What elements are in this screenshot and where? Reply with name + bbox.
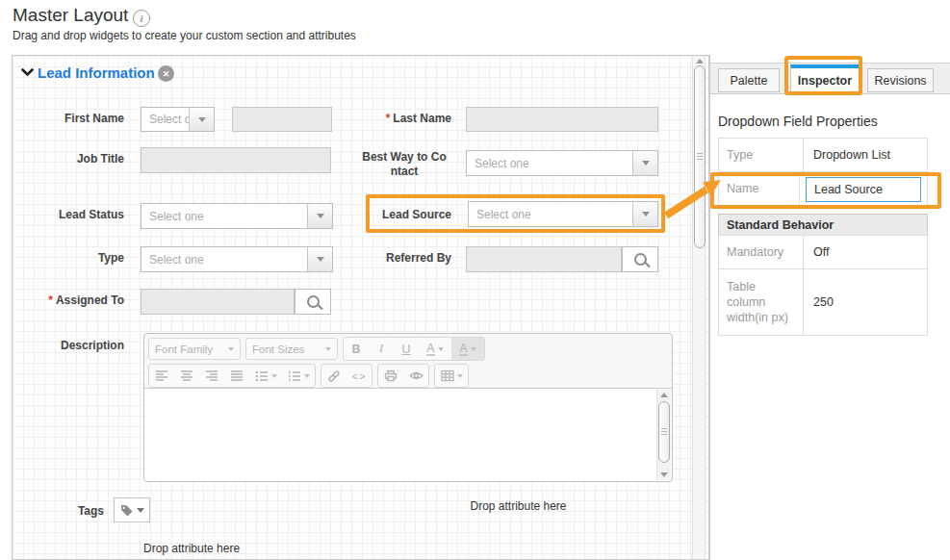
tag-icon [119, 503, 134, 518]
background-color-button[interactable]: A [451, 338, 484, 360]
best-way-to-contact-label: Best Way to Co ntact [357, 150, 451, 179]
chevron-down-icon[interactable] [307, 204, 332, 228]
standard-behavior-header: Standard Behavior [718, 214, 928, 236]
drop-attribute-zone[interactable]: Drop attribute here [415, 499, 622, 513]
align-justify-button[interactable] [224, 365, 249, 387]
description-label: Description [30, 339, 124, 352]
page-subtitle: Drag and drop widgets to create your cus… [13, 29, 356, 42]
scrollbar-grip [661, 428, 667, 436]
first-name-label: First Name [30, 112, 124, 125]
properties-table: Type Dropdown List Name [718, 138, 928, 208]
text-color-button[interactable]: A [419, 338, 451, 360]
align-right-button[interactable] [199, 365, 224, 387]
chevron-down-icon[interactable] [632, 151, 657, 175]
section-close-icon[interactable]: ✕ [158, 65, 174, 82]
numbered-list-button[interactable] [282, 365, 315, 387]
section-title: Lead Information [38, 64, 155, 81]
last-name-label: *Last Name [357, 112, 451, 125]
required-marker: * [386, 112, 391, 125]
scroll-up-icon[interactable] [696, 59, 704, 64]
insert-table-button[interactable] [435, 365, 468, 387]
best-way-line1: Best Way to Co [362, 150, 447, 164]
source-code-button[interactable]: <> [347, 365, 372, 387]
job-title-label: Job Title [30, 152, 124, 165]
referred-by-label: Referred By [357, 251, 451, 265]
info-glyph: i [140, 13, 142, 24]
tab-palette[interactable]: Palette [718, 68, 780, 92]
last-name-label-text: Last Name [393, 112, 451, 125]
section-collapse-chevron-icon[interactable] [21, 68, 34, 77]
bold-button[interactable]: B [344, 338, 369, 360]
lead-source-select-text: Select one [469, 202, 632, 226]
canvas-scrollbar[interactable] [692, 56, 706, 559]
properties-title: Dropdown Field Properties [718, 114, 878, 129]
scroll-down-icon[interactable] [660, 472, 668, 477]
bullet-list-button[interactable] [249, 365, 282, 387]
align-left-button[interactable] [149, 365, 174, 387]
italic-button[interactable]: I [369, 338, 394, 360]
assigned-to-label-text: Assigned To [56, 293, 124, 307]
chevron-down-icon [325, 347, 331, 351]
chevron-down-icon [137, 508, 144, 513]
scrollbar-grip [697, 153, 703, 161]
last-name-input[interactable] [466, 107, 658, 132]
chevron-down-icon[interactable] [307, 247, 332, 271]
property-row-name: Name [719, 172, 927, 207]
best-way-line2: ntact [391, 165, 419, 178]
field-name-input[interactable] [806, 177, 921, 202]
property-value: Dropdown List [804, 139, 927, 171]
print-button[interactable] [378, 365, 403, 387]
layout-canvas: Lead Information ✕ First Name Select on … [12, 55, 709, 560]
property-row-type: Type Dropdown List [719, 139, 927, 172]
type-select[interactable]: Select one [141, 246, 333, 272]
chevron-down-icon [271, 374, 277, 378]
chevron-down-icon[interactable] [632, 202, 657, 226]
preview-eye-button[interactable] [403, 365, 428, 387]
property-label: Name [719, 172, 800, 207]
tags-button[interactable] [114, 497, 150, 522]
description-rich-text-editor[interactable]: Font Family Font Sizes B I U A A [143, 333, 673, 482]
lead-source-select[interactable]: Select one [468, 201, 658, 227]
font-family-select[interactable]: Font Family [148, 338, 241, 360]
chevron-down-icon [228, 347, 234, 351]
font-sizes-select[interactable]: Font Sizes [245, 338, 338, 360]
referred-by-lookup-button[interactable] [622, 246, 658, 272]
chevron-down-icon[interactable] [189, 108, 214, 131]
align-center-button[interactable] [174, 365, 199, 387]
job-title-input[interactable] [141, 147, 331, 173]
type-select-text: Select one [141, 247, 307, 271]
editor-scrollbar[interactable] [656, 390, 671, 480]
first-name-salutation-select[interactable]: Select on [141, 107, 215, 132]
best-way-to-contact-select[interactable]: Select one [466, 150, 658, 176]
best-way-select-text: Select one [467, 151, 632, 175]
referred-by-input[interactable] [466, 246, 622, 272]
description-textarea[interactable] [144, 388, 672, 481]
editor-toolbar: Font Family Font Sizes B I U A A [148, 337, 668, 388]
underline-button[interactable]: U [394, 338, 419, 360]
property-label: Type [719, 139, 804, 171]
assigned-to-input[interactable] [141, 289, 295, 315]
drop-attribute-zone[interactable]: Drop attribute here [143, 542, 240, 555]
chevron-down-icon [471, 347, 476, 351]
first-name-input[interactable] [232, 107, 332, 132]
canvas-scrollbar-thumb[interactable] [694, 65, 706, 248]
scroll-up-icon[interactable] [660, 393, 668, 397]
behavior-row-column-width: Table column width(in px) 250 [719, 269, 927, 335]
search-icon [634, 253, 647, 266]
lead-status-select[interactable]: Select one [141, 203, 333, 229]
tab-revisions[interactable]: Revisions [867, 68, 934, 92]
tab-inspector[interactable]: Inspector [790, 64, 860, 93]
behavior-value[interactable]: 250 [804, 269, 927, 335]
required-marker: * [48, 293, 53, 307]
property-value [800, 172, 927, 207]
lead-status-label: Lead Status [30, 208, 124, 221]
chevron-down-icon [457, 374, 463, 378]
chevron-down-icon [304, 374, 310, 378]
insert-link-button[interactable] [321, 365, 347, 387]
assigned-to-lookup-button[interactable] [295, 289, 331, 315]
background-color-glyph: A [459, 343, 467, 356]
editor-scrollbar-thumb[interactable] [658, 401, 670, 463]
font-sizes-text: Font Sizes [252, 344, 304, 355]
behavior-value[interactable]: Off [804, 236, 927, 268]
info-icon[interactable]: i [133, 10, 150, 27]
